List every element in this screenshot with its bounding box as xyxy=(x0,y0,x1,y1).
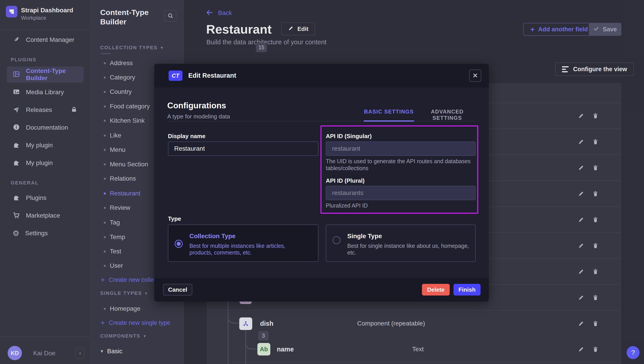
api-id-plural-input[interactable] xyxy=(326,186,476,200)
radio-selected-icon[interactable] xyxy=(175,240,183,248)
edit-restaurant-modal: CT Edit Restaurant ✕ Configurations A ty… xyxy=(154,64,489,302)
single-type-card[interactable]: Single Type Best for single instance lik… xyxy=(326,225,476,262)
display-name-input[interactable] xyxy=(168,141,318,156)
cancel-button[interactable]: Cancel xyxy=(163,284,192,295)
divider xyxy=(167,121,476,121)
display-name-label: Display name xyxy=(168,133,206,140)
type-label: Type xyxy=(168,215,181,222)
collection-type-card[interactable]: Collection Type Best for multiple instan… xyxy=(168,225,318,262)
single-type-title: Single Type xyxy=(347,233,382,240)
api-id-singular-label: API ID (Singular) xyxy=(326,133,372,140)
modal-footer: Cancel Delete Finish xyxy=(154,278,489,302)
modal-header: CT Edit Restaurant ✕ xyxy=(154,64,489,88)
api-id-singular-hint: The UID is used to generate the API rout… xyxy=(326,158,471,172)
api-id-plural-hint: Pluralized API ID xyxy=(326,202,368,209)
help-button[interactable]: ? xyxy=(626,346,640,359)
close-icon[interactable]: ✕ xyxy=(469,70,481,82)
active-tab-indicator xyxy=(364,120,414,122)
strapi-app: Strapi Dashboard Workplace Content Manag… xyxy=(0,0,644,364)
content-type-badge: CT xyxy=(168,71,182,81)
collection-type-desc: Best for multiple instances like article… xyxy=(190,242,306,256)
collection-type-title: Collection Type xyxy=(190,233,236,240)
api-id-plural-label: API ID (Plural) xyxy=(326,177,364,184)
single-type-desc: Best for single instance like about us, … xyxy=(347,242,472,256)
tab-advanced-settings[interactable]: ADVANCED SETTINGS xyxy=(420,109,474,121)
delete-button[interactable]: Delete xyxy=(422,284,450,295)
tab-basic-settings[interactable]: BASIC SETTINGS xyxy=(364,109,414,115)
configurations-subheading: A type for modeling data xyxy=(167,113,230,120)
api-id-singular-input[interactable] xyxy=(326,141,476,156)
modal-title: Edit Restaurant xyxy=(188,72,236,79)
configurations-heading: Configurations xyxy=(167,101,226,110)
finish-button[interactable]: Finish xyxy=(454,284,480,295)
radio-unselected-icon[interactable] xyxy=(332,236,340,244)
